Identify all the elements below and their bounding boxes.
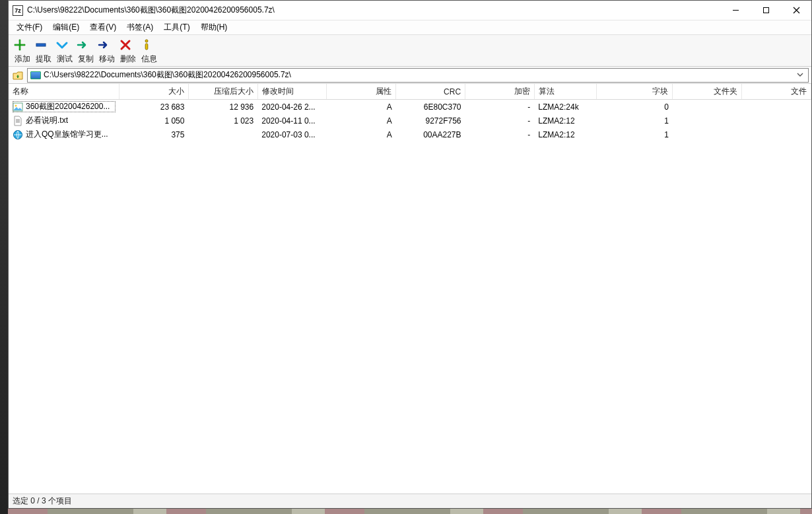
cell-crc: 00AA227B [396, 128, 465, 141]
menubar: 文件(F) 编辑(E) 查看(V) 书签(A) 工具(T) 帮助(H) [9, 20, 811, 35]
close-button[interactable] [781, 1, 811, 20]
menu-file[interactable]: 文件(F) [11, 20, 48, 34]
chevron-down-icon[interactable] [795, 71, 805, 80]
cell-attr: A [327, 100, 396, 114]
maximize-button[interactable] [751, 1, 781, 20]
toolbar-label-info: 信息 [139, 54, 159, 65]
file-name: 360截图20200426200... [26, 101, 110, 112]
test-icon[interactable] [55, 38, 69, 52]
cell-files [742, 128, 811, 141]
cell-size: 1 050 [119, 114, 189, 128]
cell-attr: A [327, 114, 396, 128]
drive-icon [30, 71, 41, 79]
status-text: 选定 0 / 3 个项目 [13, 496, 72, 507]
file-name: 必看说明.txt [26, 115, 68, 126]
cell-folders [673, 114, 742, 128]
toolbar-label-extract: 提取 [34, 54, 53, 65]
toolbar-label-move: 移动 [97, 54, 117, 65]
col-encrypted[interactable]: 加密 [465, 84, 535, 100]
cell-files [742, 114, 811, 128]
cell-modified: 2020-04-26 2... [257, 100, 327, 114]
col-crc[interactable]: CRC [396, 84, 465, 100]
file-list[interactable]: 名称 大小 压缩后大小 修改时间 属性 CRC 加密 算法 字块 文件夹 文件 … [9, 84, 811, 494]
svg-rect-3 [145, 44, 148, 50]
col-folders[interactable]: 文件夹 [673, 84, 742, 100]
col-attributes[interactable]: 属性 [327, 84, 396, 100]
toolbar-label-test: 测试 [55, 54, 75, 65]
extract-icon[interactable] [34, 38, 48, 52]
add-icon[interactable] [13, 38, 27, 52]
app-icon: 7z [13, 5, 23, 16]
cell-attr: A [327, 128, 396, 141]
file-icon [13, 116, 23, 126]
cell-block: 1 [597, 128, 673, 141]
svg-point-5 [15, 104, 17, 106]
cell-size: 375 [119, 128, 189, 141]
delete-icon[interactable] [118, 38, 133, 52]
addressbar [9, 67, 811, 84]
cell-method: LZMA2:12 [534, 114, 596, 128]
toolbar-icons [13, 36, 807, 54]
move-icon[interactable] [97, 38, 112, 52]
window-controls [720, 1, 811, 20]
cell-method: LZMA2:24k [534, 100, 596, 114]
table-row[interactable]: 360截图20200426200...23 68312 9362020-04-2… [9, 100, 811, 114]
cell-size: 23 683 [119, 100, 189, 114]
7zip-window: 7z C:\Users\98222\Documents\360截图\360截图2… [8, 0, 812, 509]
info-icon[interactable] [139, 38, 154, 52]
desktop-bottom-strip [8, 509, 812, 514]
menu-bookmarks[interactable]: 书签(A) [121, 20, 158, 34]
column-header-row: 名称 大小 压缩后大小 修改时间 属性 CRC 加密 算法 字块 文件夹 文件 [9, 84, 811, 100]
file-name: 进入QQ皇族馆学习更... [26, 129, 108, 140]
cell-folders [673, 100, 742, 114]
menu-help[interactable]: 帮助(H) [195, 20, 233, 34]
cell-block: 1 [597, 114, 673, 128]
toolbar: 添加 提取 测试 复制 移动 删除 信息 [9, 35, 811, 67]
toolbar-labels: 添加 提取 测试 复制 移动 删除 信息 [13, 54, 807, 65]
table-row[interactable]: 进入QQ皇族馆学习更...3752020-07-03 0...A00AA227B… [9, 128, 811, 141]
cell-folders [673, 128, 742, 141]
minimize-button[interactable] [720, 1, 751, 20]
cell-encrypted: - [465, 128, 535, 141]
copy-icon[interactable] [76, 38, 90, 52]
menu-tools[interactable]: 工具(T) [158, 20, 195, 34]
svg-rect-1 [36, 44, 46, 46]
svg-point-2 [145, 40, 148, 42]
up-folder-icon[interactable] [11, 69, 24, 82]
col-packed[interactable]: 压缩后大小 [188, 84, 257, 100]
col-block[interactable]: 字块 [597, 84, 673, 100]
titlebar[interactable]: 7z C:\Users\98222\Documents\360截图\360截图2… [9, 1, 811, 20]
col-name[interactable]: 名称 [9, 84, 119, 100]
col-modified[interactable]: 修改时间 [257, 84, 327, 100]
cell-crc: 6E80C370 [396, 100, 465, 114]
col-files[interactable]: 文件 [742, 84, 811, 100]
col-method[interactable]: 算法 [534, 84, 596, 100]
cell-crc: 9272F756 [396, 114, 465, 128]
toolbar-label-add: 添加 [13, 54, 32, 65]
cell-encrypted: - [465, 100, 535, 114]
window-title: C:\Users\98222\Documents\360截图\360截图2020… [27, 5, 720, 16]
cell-files [742, 100, 811, 114]
cell-block: 0 [597, 100, 673, 114]
cell-modified: 2020-07-03 0... [257, 128, 327, 141]
menu-view[interactable]: 查看(V) [85, 20, 121, 34]
address-combo[interactable] [27, 68, 809, 83]
col-size[interactable]: 大小 [119, 84, 189, 100]
menu-edit[interactable]: 编辑(E) [48, 20, 85, 34]
cell-packed [188, 128, 257, 141]
table-row[interactable]: 必看说明.txt1 0501 0232020-04-11 0...A9272F7… [9, 114, 811, 128]
svg-rect-0 [763, 8, 768, 13]
address-input[interactable] [44, 71, 792, 80]
file-icon [13, 129, 23, 140]
statusbar: 选定 0 / 3 个项目 [9, 494, 811, 508]
toolbar-label-delete: 删除 [118, 54, 138, 65]
cell-packed: 12 936 [188, 100, 257, 114]
cell-method: LZMA2:12 [534, 128, 596, 141]
toolbar-label-copy: 复制 [76, 54, 96, 65]
cell-packed: 1 023 [188, 114, 257, 128]
cell-encrypted: - [465, 114, 535, 128]
file-icon [13, 102, 23, 112]
cell-modified: 2020-04-11 0... [257, 114, 327, 128]
